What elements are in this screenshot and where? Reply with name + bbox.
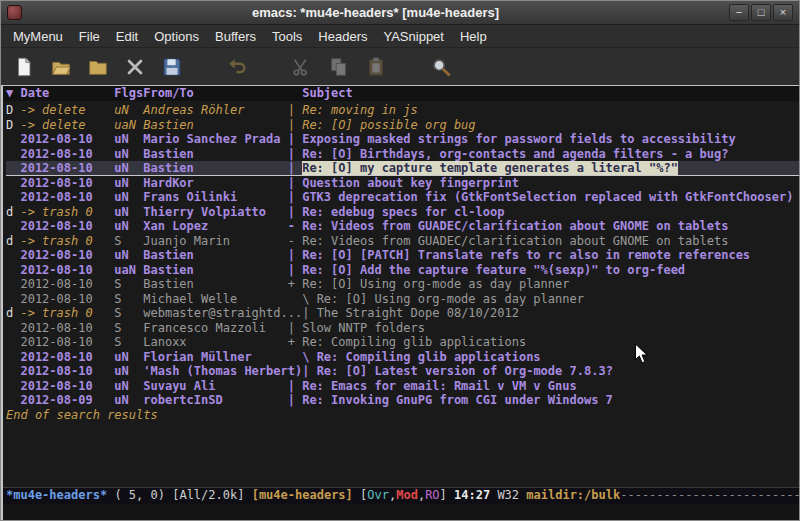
column-header-date[interactable]: ▼ Date: [6, 86, 114, 101]
column-header-subject[interactable]: Subject: [302, 86, 353, 101]
window-title: emacs: *mu4e-headers* [mu4e-headers]: [22, 5, 729, 20]
emacs-frame: emacs: *mu4e-headers* [mu4e-headers] −□×…: [0, 0, 800, 521]
message-row[interactable]: 2012-08-10 uaN Bastien | Re: [O] Add the…: [6, 263, 799, 278]
message-row[interactable]: 2012-08-10 uN Florian Müllner \ Re: Comp…: [6, 350, 799, 365]
row-from: Thierry Volpiatto: [143, 205, 287, 220]
row-flags: uN: [114, 103, 143, 118]
message-row[interactable]: d -> trash 0 S Juanjo Marin - Re: Videos…: [6, 234, 799, 249]
row-thread-indicator: |: [288, 190, 302, 205]
menu-options[interactable]: Options: [146, 27, 207, 46]
undo-icon: [226, 56, 248, 78]
row-subject: Question about key fingerprint: [302, 176, 519, 191]
menu-headers[interactable]: Headers: [310, 27, 375, 46]
row-subject: Re: [O] possible org bug: [302, 118, 475, 133]
row-subject: Re: Compiling glib applications: [317, 350, 541, 365]
row-subject: Re: [O] [PATCH] Translate refs to rc als…: [302, 248, 750, 263]
cut-button: [287, 52, 317, 82]
save-button[interactable]: [157, 52, 187, 82]
row-thread-indicator: +: [288, 277, 302, 292]
row-thread-indicator: |: [288, 161, 302, 175]
maximize-button[interactable]: □: [751, 4, 771, 21]
row-date: -> delete: [20, 118, 114, 133]
menu-mymenu[interactable]: MyMenu: [5, 27, 71, 46]
message-row[interactable]: 2012-08-10 uN Bastien | Re: [O] my captu…: [6, 161, 799, 176]
row-date: 2012-08-10: [20, 176, 114, 191]
menu-edit[interactable]: Edit: [108, 27, 146, 46]
row-subject: Re: Invoking GnuPG from CGI under Window…: [302, 393, 613, 408]
row-date: 2012-08-10: [20, 219, 114, 234]
modeline-segment: *mu4e-headers*: [6, 488, 107, 502]
row-mark: [6, 335, 20, 350]
row-from: HardKor: [143, 176, 287, 191]
message-row[interactable]: 2012-08-10 uN Mario Sanchez Prada | Expo…: [6, 132, 799, 147]
echo-area[interactable]: [3, 504, 799, 520]
row-flags: S: [114, 292, 143, 307]
row-subject: Re: Compiling glib applications: [302, 335, 526, 350]
message-row[interactable]: D -> delete uaN Bastien | Re: [O] possib…: [6, 118, 799, 133]
row-subject: Re: Emacs for email: Rmail v VM v Gnus: [302, 379, 577, 394]
new-file-button[interactable]: [9, 52, 39, 82]
row-mark: D: [6, 103, 20, 118]
modeline-segment: [mu4e-headers]: [252, 488, 353, 502]
row-date: -> trash 0: [20, 205, 114, 220]
menu-buffers[interactable]: Buffers: [207, 27, 264, 46]
row-from: Suvayu Ali: [143, 379, 287, 394]
row-thread-indicator: |: [302, 306, 316, 321]
row-thread-indicator: \: [288, 292, 317, 307]
row-thread-indicator: +: [288, 335, 302, 350]
minimize-button[interactable]: −: [729, 4, 749, 21]
row-from: Bastien: [143, 263, 287, 278]
copy-icon: [328, 56, 350, 78]
close-buffer-button[interactable]: [120, 52, 150, 82]
search-button[interactable]: [426, 52, 456, 82]
row-from: Bastien: [143, 118, 287, 133]
message-row[interactable]: 2012-08-10 S Lanoxx + Re: Compiling glib…: [6, 335, 799, 350]
message-row[interactable]: 2012-08-10 uN Bastien | Re: [O] [PATCH] …: [6, 248, 799, 263]
save-icon: [161, 56, 183, 78]
message-row[interactable]: 2012-08-10 S Michael Welle \ Re: [O] Usi…: [6, 292, 799, 307]
message-row[interactable]: d -> trash 0 S webmaster@straightd... | …: [6, 306, 799, 321]
message-row[interactable]: 2012-08-10 uN Suvayu Ali | Re: Emacs for…: [6, 379, 799, 394]
menu-tools[interactable]: Tools: [264, 27, 310, 46]
message-row[interactable]: 2012-08-10 S Bastien + Re: [O] Using org…: [6, 277, 799, 292]
column-header-from[interactable]: From/To: [143, 86, 302, 101]
menu-help[interactable]: Help: [452, 27, 495, 46]
row-mark: [6, 393, 20, 408]
row-thread-indicator: |: [288, 176, 302, 191]
row-date: 2012-08-09: [20, 393, 114, 408]
row-thread-indicator: |: [288, 393, 302, 408]
menu-bar: MyMenuFileEditOptionsBuffersToolsHeaders…: [1, 25, 799, 48]
row-mark: [6, 263, 20, 278]
row-from: Bastien: [143, 161, 287, 175]
close-button[interactable]: ×: [773, 4, 793, 21]
row-flags: uaN: [114, 263, 143, 278]
cut-icon: [291, 56, 313, 78]
message-row[interactable]: D -> delete uN Andreas Röhler | Re: movi…: [6, 103, 799, 118]
row-subject: Re: moving in js: [302, 103, 418, 118]
row-from: Mario Sanchez Prada: [143, 132, 287, 147]
row-thread-indicator: -: [288, 234, 302, 249]
open-file-icon: [50, 56, 72, 78]
message-row[interactable]: 2012-08-10 uN HardKor | Question about k…: [6, 176, 799, 191]
dired-button[interactable]: [83, 52, 113, 82]
menu-file[interactable]: File: [71, 27, 108, 46]
row-mark: d: [6, 234, 20, 249]
menu-yasnippet[interactable]: YASnippet: [375, 27, 451, 46]
modeline-segment: maildir:/bulk: [526, 488, 620, 502]
message-row[interactable]: 2012-08-10 uN 'Mash (Thomas Herbert) | R…: [6, 364, 799, 379]
message-row[interactable]: 2012-08-10 uN Bastien | Re: [O] Birthday…: [6, 147, 799, 162]
message-row[interactable]: d -> trash 0 uN Thierry Volpiatto | Re: …: [6, 205, 799, 220]
message-row[interactable]: 2012-08-09 uN robertcInSD | Re: Invoking…: [6, 393, 799, 408]
column-header-flags[interactable]: Flgs: [114, 86, 143, 101]
message-row[interactable]: 2012-08-10 S Francesco Mazzoli | Slow NN…: [6, 321, 799, 336]
open-file-button[interactable]: [46, 52, 76, 82]
row-mark: [6, 379, 20, 394]
row-thread-indicator: |: [288, 379, 302, 394]
row-date: 2012-08-10: [20, 190, 114, 205]
row-thread-indicator: |: [288, 118, 302, 133]
modeline-segment: ( 5, 0): [107, 488, 172, 502]
message-row[interactable]: 2012-08-10 uN Frans Oilinki | GTK3 depre…: [6, 190, 799, 205]
message-row[interactable]: 2012-08-10 uN Xan Lopez - Re: Videos fro…: [6, 219, 799, 234]
row-mark: [6, 161, 20, 175]
copy-button: [324, 52, 354, 82]
